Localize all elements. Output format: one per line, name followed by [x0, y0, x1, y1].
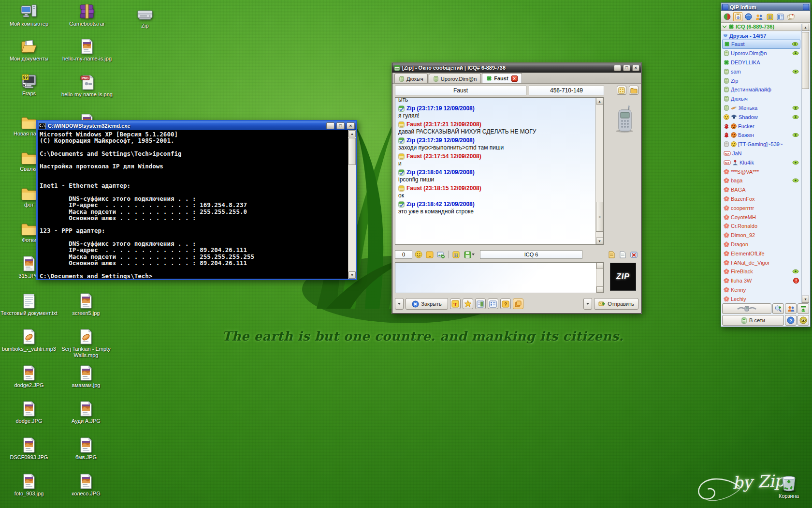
minimize-button[interactable]: – — [326, 122, 334, 129]
contact-list-item[interactable]: Shadow — [722, 112, 800, 121]
send-options-dropdown[interactable] — [583, 298, 592, 310]
notes-icon[interactable] — [607, 250, 616, 259]
contact-list-item[interactable]: FireBlack — [722, 267, 800, 276]
collapse-arrows-icon[interactable] — [722, 24, 727, 29]
insert-image-icon[interactable] — [436, 250, 446, 259]
group-collapse-icon[interactable] — [723, 34, 728, 38]
browser-orb-icon[interactable] — [744, 12, 753, 21]
desktop-icon[interactable]: bumboks_-_vahtri.mp3 — [0, 328, 58, 352]
scroll-down-icon[interactable]: ▼ — [802, 296, 809, 303]
contact-scrollbar[interactable]: ▲ ▼ — [801, 24, 809, 303]
desktop-icon[interactable]: DSCF0993.JPG — [0, 436, 58, 461]
cmd-window[interactable]: C:\WINDOWS\system32\cmd.exe – □ × Micros… — [36, 120, 357, 280]
client-selector[interactable]: ICQ 6 — [480, 250, 582, 259]
cmd-scrollbar[interactable]: ▲ ▼ — [348, 130, 356, 279]
contact-list-item[interactable]: ***S@VA*** — [722, 167, 800, 176]
contact-list-item[interactable]: Uporov.Dim@n — [722, 49, 800, 58]
contact-list-item[interactable]: Faust — [722, 40, 800, 49]
smiley-panel-icon[interactable] — [617, 86, 626, 95]
scrollbar-thumb[interactable] — [348, 138, 356, 165]
desktop-icon[interactable]: foto_903.jpg — [0, 473, 58, 497]
network-globe-icon[interactable] — [723, 12, 732, 21]
contact-list-item[interactable]: [TT-Gaming]~539~ — [722, 140, 800, 149]
contact-list-item[interactable]: Бажен — [722, 131, 800, 140]
close-options-dropdown[interactable] — [395, 298, 404, 310]
desktop-icon[interactable]: бмв.JPG — [57, 436, 115, 461]
qip-contact-list-window[interactable]: QIP Infium G H ICQ (6-889-736) Друзья - … — [721, 2, 811, 327]
message-scrollbar[interactable]: ▲ ≡ ▼ — [595, 98, 603, 244]
close-button[interactable]: × — [347, 122, 355, 129]
desktop-icon[interactable]: Текстовый документ.txt — [0, 292, 58, 316]
qip-close-button[interactable] — [803, 4, 809, 10]
quote-icon[interactable]: „ — [425, 250, 435, 259]
contact-name-field[interactable]: Faust — [395, 86, 526, 95]
chat-titlebar[interactable]: [Zip] - Окно сообщений | ICQ# 6-889-736 … — [392, 63, 641, 73]
desktop-icon[interactable]: PNGhello-my-name-is.png — [58, 74, 116, 98]
contact-list-item[interactable]: CoyoteMH — [722, 212, 800, 222]
new-note-icon[interactable] — [618, 250, 627, 259]
input-scrollbar[interactable] — [596, 263, 603, 293]
contact-list-item[interactable]: baga — [722, 176, 800, 185]
scroll-down-icon[interactable]: ▼ — [348, 271, 356, 279]
contact-list-item[interactable]: Iluha 3W — [722, 276, 800, 285]
contact-list-item[interactable]: Fucker — [722, 121, 800, 131]
maximize-button[interactable]: □ — [336, 122, 345, 129]
desktop-icon[interactable]: амамам.jpg — [57, 364, 115, 388]
desktop-icon[interactable]: Мой компьютер — [0, 3, 58, 27]
recycle-bin[interactable]: Корзина — [769, 473, 808, 499]
sort-groups-icon[interactable] — [798, 303, 809, 314]
qip-titlebar[interactable]: QIP Infium — [721, 3, 810, 11]
qip-logo-button[interactable] — [722, 303, 771, 314]
chat-message-area[interactable]: ытьZip (23:17:19 12/09/2008)я гулял!Faus… — [395, 97, 604, 245]
contact-list-item[interactable]: Дюхыч — [722, 94, 800, 104]
contact-list-tab-icon[interactable]: G — [733, 12, 742, 21]
stacked-windows-icon[interactable] — [513, 299, 523, 309]
contact-list-item[interactable]: Дестинмайлайф — [722, 85, 800, 94]
chat-tab[interactable]: Дюхыч — [394, 74, 428, 83]
desktop-icon[interactable]: Ауди A.JPG — [57, 400, 115, 424]
scroll-up-icon[interactable] — [596, 263, 603, 269]
maximize-button[interactable]: □ — [623, 65, 630, 71]
contact-list-item[interactable]: N/AJaN — [722, 149, 800, 158]
desktop-icon[interactable]: Serj Tankian - Empty Walls.mpg — [57, 328, 115, 359]
chat-window[interactable]: [Zip] - Окно сообщений | ICQ# 6-889-736 … — [392, 63, 641, 314]
cmd-titlebar[interactable]: C:\WINDOWS\system32\cmd.exe – □ × — [38, 121, 356, 130]
contact-uin-field[interactable]: 456-710-149 — [529, 86, 604, 95]
contacts-people-icon[interactable] — [754, 12, 764, 21]
layout-panel-icon[interactable] — [475, 299, 486, 309]
visibility-orb-icon[interactable] — [798, 315, 809, 326]
text-format-icon[interactable]: T — [450, 299, 461, 309]
folder-icon[interactable] — [629, 86, 638, 95]
scroll-down-icon[interactable] — [596, 286, 603, 293]
save-icon[interactable] — [462, 250, 477, 259]
desktop-icon[interactable]: dodge2.JPG — [0, 364, 58, 388]
history-icon[interactable]: H — [451, 250, 461, 259]
desktop-icon[interactable]: screen5.jpg — [57, 292, 115, 316]
contact-list-item[interactable]: DEDYLLIKA — [722, 58, 800, 67]
search-add-icon[interactable] — [772, 303, 784, 314]
contact-list-item[interactable]: ElementOfLife — [722, 249, 800, 258]
contact-list-item[interactable]: Kenny — [722, 285, 800, 295]
contact-list-item[interactable]: Lechiy — [722, 294, 800, 303]
contact-list-item[interactable]: Женька — [722, 104, 800, 113]
close-chat-button[interactable]: Закрыть — [406, 298, 448, 310]
contact-list-item[interactable]: BAGA — [722, 185, 800, 194]
contact-list-item[interactable]: Zip — [722, 76, 800, 85]
group-header[interactable]: Друзья - 14/57 — [722, 32, 800, 40]
contact-list-item[interactable]: Dimon_92 — [722, 231, 800, 240]
desktop-icon[interactable]: колесо.JPG — [57, 473, 115, 497]
desktop-icon[interactable]: Zip — [116, 5, 174, 29]
settings-list-icon[interactable] — [776, 12, 785, 21]
smiley-icon[interactable] — [414, 250, 423, 259]
account-row[interactable]: ICQ (6-889-736) — [721, 23, 810, 31]
desktop-icon[interactable]: Gameboots.rar — [58, 3, 116, 27]
scrollbar-thumb[interactable] — [802, 32, 809, 89]
desktop-icon[interactable]: 99Fraps — [0, 73, 58, 97]
contact-list-item[interactable]: N/AKlu4ik — [722, 158, 800, 167]
list-view-icon[interactable] — [488, 299, 498, 309]
history-icon[interactable]: H — [765, 12, 774, 21]
close-chat-icon[interactable] — [629, 250, 638, 259]
chat-tab[interactable]: Uporov.Dim@n — [429, 74, 481, 83]
contact-list-item[interactable]: FANat_de_Vigor — [722, 258, 800, 267]
chat-tab[interactable]: Faust× — [482, 73, 522, 83]
